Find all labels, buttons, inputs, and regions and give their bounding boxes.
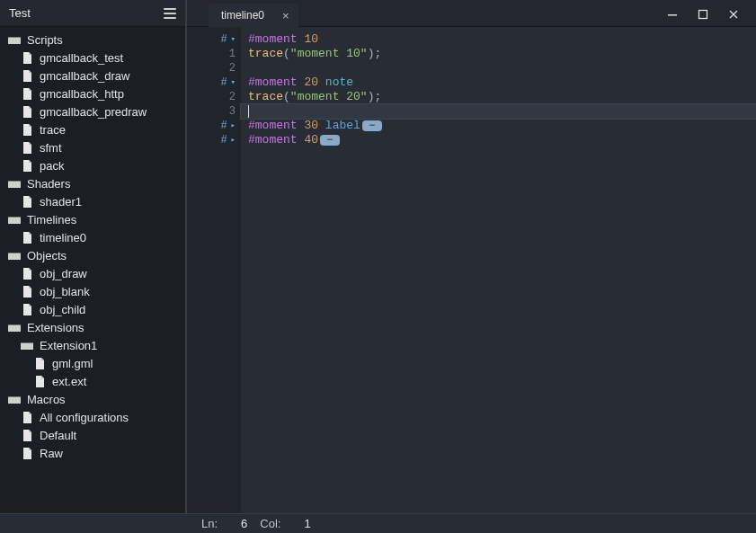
file-icon (20, 87, 34, 100)
file-icon (32, 375, 47, 387)
status-ln-value: 6 (241, 517, 247, 530)
file-icon (20, 69, 34, 82)
file-icon (20, 429, 34, 441)
tree-item-label: Objects (27, 249, 67, 262)
editor-area: timeline0 × #▾12#▾23#▸#▸ #moment 10trace… (187, 0, 756, 513)
file-icon (32, 357, 47, 369)
tree-item-label: timeline0 (40, 231, 86, 244)
file-icon (20, 285, 34, 298)
chevron-right-icon[interactable]: ▸ (231, 133, 236, 147)
tree-folder-extensions[interactable]: Extensions (0, 318, 185, 336)
tree-folder-extension1[interactable]: Extension1 (0, 336, 185, 354)
tree-file-gml-gml[interactable]: gml.gml (0, 354, 185, 372)
code-line[interactable]: #moment 10 (241, 32, 756, 47)
tree-file-pack[interactable]: pack (0, 156, 185, 174)
tree-item-label: gmcallback_test (40, 51, 123, 65)
close-icon[interactable]: × (282, 9, 289, 22)
project-title: Test (9, 6, 31, 20)
code-line[interactable]: #moment 40⋯ (241, 133, 756, 147)
tree-item-label: trace (40, 123, 66, 137)
sidebar: Test Scriptsgmcallback_testgmcallback_dr… (0, 0, 187, 513)
tree-item-label: Extensions (27, 321, 84, 334)
tree-file-sfmt[interactable]: sfmt (0, 138, 185, 156)
window-controls (666, 8, 756, 26)
tree-file-gmcallback_draw[interactable]: gmcallback_draw (0, 67, 185, 84)
tree-item-label: obj_draw (40, 267, 87, 280)
tree-folder-scripts[interactable]: Scripts (0, 31, 185, 49)
file-icon (20, 159, 34, 172)
tree-item-label: Timelines (27, 213, 76, 227)
status-ln-label: Ln: (201, 517, 218, 530)
svg-rect-0 (668, 14, 677, 16)
tree-item-label: Extension1 (40, 339, 97, 352)
gutter-section-marker[interactable]: #▸ (187, 119, 241, 133)
gutter-line-number: 2 (187, 61, 241, 76)
chevron-down-icon[interactable]: ▾ (231, 76, 236, 90)
tree-folder-timelines[interactable]: Timelines (0, 210, 185, 228)
code-editor[interactable]: #▾12#▾23#▸#▸ #moment 10trace("moment 10"… (187, 27, 756, 513)
text-caret (248, 105, 249, 118)
tree-file-all-configurations[interactable]: All configurations (0, 408, 185, 426)
tree-file-obj_draw[interactable]: obj_draw (0, 264, 185, 282)
tree-folder-macros[interactable]: Macros (0, 390, 185, 408)
gutter-section-marker[interactable]: #▾ (187, 76, 241, 90)
tree-file-gmcallback_test[interactable]: gmcallback_test (0, 49, 185, 67)
svg-rect-1 (699, 11, 707, 19)
status-col-value: 1 (304, 517, 310, 530)
folder-icon (20, 339, 34, 351)
fold-badge-icon[interactable]: ⋯ (320, 135, 340, 146)
tab-bar: timeline0 × (187, 0, 298, 26)
chevron-right-icon[interactable]: ▸ (231, 119, 236, 133)
tree-file-timeline0[interactable]: timeline0 (0, 228, 185, 246)
file-icon (20, 231, 34, 244)
tree-file-obj_child[interactable]: obj_child (0, 300, 185, 318)
folder-icon (7, 177, 22, 190)
resource-tree[interactable]: Scriptsgmcallback_testgmcallback_drawgmc… (0, 27, 185, 513)
file-icon (20, 105, 34, 118)
folder-icon (7, 33, 22, 46)
tree-file-trace[interactable]: trace (0, 120, 185, 138)
tree-item-label: gmcallback_predraw (40, 105, 147, 119)
code-line[interactable]: #moment 30 label⋯ (241, 119, 756, 133)
sidebar-header: Test (0, 0, 185, 27)
tree-item-label: pack (40, 159, 64, 173)
fold-badge-icon[interactable]: ⋯ (362, 120, 382, 131)
tree-item-label: shader1 (40, 195, 82, 209)
file-icon (20, 123, 34, 136)
code-line[interactable] (241, 104, 756, 119)
code-line[interactable]: trace("moment 20"); (241, 90, 756, 104)
code-content[interactable]: #moment 10trace("moment 10");#moment 20 … (241, 27, 756, 513)
code-line[interactable]: #moment 20 note (241, 76, 756, 90)
hamburger-icon[interactable] (164, 8, 176, 19)
chevron-down-icon[interactable]: ▾ (231, 32, 236, 47)
tree-item-label: gml.gml (52, 357, 93, 370)
code-line[interactable]: trace("moment 10"); (241, 47, 756, 61)
tab-label: timeline0 (221, 9, 264, 22)
tree-file-ext-ext[interactable]: ext.ext (0, 372, 185, 390)
tree-folder-shaders[interactable]: Shaders (0, 174, 185, 192)
tab-timeline0[interactable]: timeline0 × (209, 4, 298, 27)
tree-file-raw[interactable]: Raw (0, 444, 185, 462)
file-icon (20, 411, 34, 423)
tree-file-gmcallback_http[interactable]: gmcallback_http (0, 84, 185, 102)
gutter-line-number: 3 (187, 104, 241, 119)
tree-item-label: Shaders (27, 177, 70, 191)
tree-item-label: ext.ext (52, 375, 86, 388)
tree-file-obj_blank[interactable]: obj_blank (0, 282, 185, 300)
tree-folder-objects[interactable]: Objects (0, 246, 185, 264)
folder-icon (7, 393, 22, 405)
folder-icon (7, 321, 22, 333)
tree-item-label: obj_blank (40, 285, 90, 298)
tree-file-shader1[interactable]: shader1 (0, 192, 185, 210)
gutter-section-marker[interactable]: #▸ (187, 133, 241, 147)
tree-file-default[interactable]: Default (0, 426, 185, 444)
tree-file-gmcallback_predraw[interactable]: gmcallback_predraw (0, 102, 185, 120)
gutter-section-marker[interactable]: #▾ (187, 32, 241, 47)
file-icon (20, 447, 34, 459)
close-window-icon[interactable] (727, 8, 740, 21)
gutter[interactable]: #▾12#▾23#▸#▸ (187, 27, 241, 513)
tree-item-label: Default (40, 429, 76, 442)
code-line[interactable] (241, 61, 756, 76)
maximize-icon[interactable] (697, 8, 709, 21)
minimize-icon[interactable] (666, 8, 679, 21)
